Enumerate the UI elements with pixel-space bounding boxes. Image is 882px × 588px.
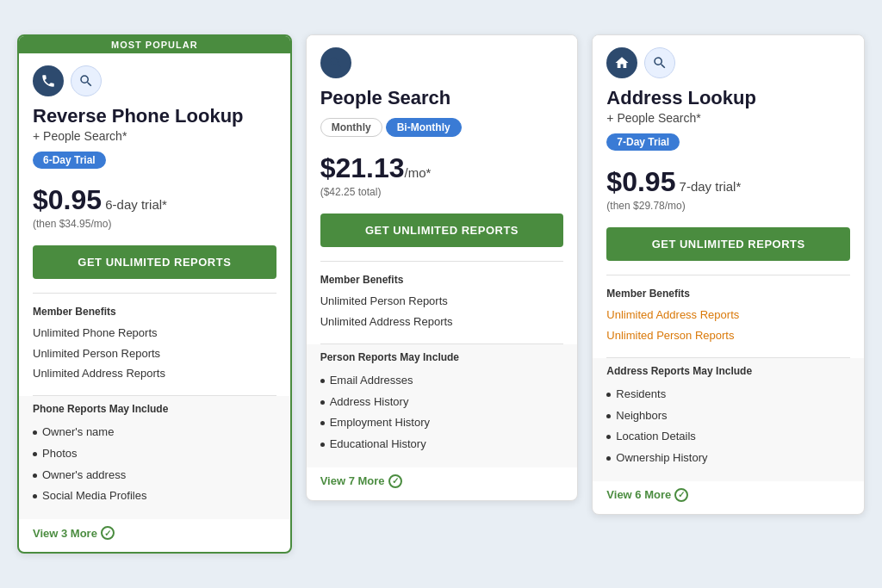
bullet-icon [606,456,611,461]
price-value: $21.13 [320,152,405,183]
report-item: Residents [606,384,850,405]
pricing-card-reverse-phone: MOST POPULARReverse Phone Lookup+ People… [17,34,292,554]
view-more-link[interactable]: View 3 More✓ [19,526,290,552]
report-item: Social Media Profiles [33,486,276,507]
benefit-item: Unlimited Person Reports [33,344,276,363]
bullet-icon [606,414,611,418]
price-section: $0.95 6-day trial*(then $34.95/mo) [19,177,290,238]
home-icon [606,47,637,78]
price-value: $0.95 [606,166,675,197]
card-subtitle: + People Search* [606,111,850,125]
bullet-icon [320,421,325,425]
benefit-item: Unlimited Address Reports [33,363,276,383]
report-item: Employment History [320,412,564,434]
price-suffix: /mo* [405,165,432,180]
reports-section: Address Reports May IncludeResidentsNeig… [593,358,864,481]
bullet-icon [33,452,37,456]
benefits-title: Member Benefits [320,274,564,286]
report-item: Educational History [320,434,564,455]
toggle-bi-monthly[interactable]: Bi-Monthly [386,118,462,137]
toggle-buttons: MonthlyBi-Monthly [320,118,564,137]
chevron-down-icon: ✓ [101,526,115,540]
bullet-icon [320,400,325,405]
price-section: $0.95 7-day trial*(then $29.78/mo) [593,159,864,220]
benefit-item: Unlimited Phone Reports [33,323,276,343]
report-item: Owner's address [33,465,276,486]
card-title: People Search [320,87,564,109]
card-header: Address Lookup+ People Search*7-Day Tria… [593,35,864,159]
price-suffix: 7-day trial* [675,179,741,194]
report-item: Owner's name [33,422,276,443]
benefits-title: Member Benefits [33,306,276,318]
cta-button[interactable]: GET UNLIMITED REPORTS [33,245,276,279]
search-icon [320,47,351,78]
pricing-card-people-search: People SearchMonthlyBi-Monthly$21.13/mo*… [306,34,579,501]
price-section: $21.13/mo*($42.25 total) [307,145,578,207]
card-title: Address Lookup [606,87,850,109]
report-item: Photos [33,443,276,465]
trial-badge: 6-Day Trial [33,152,106,169]
bullet-icon [320,443,325,447]
price-sub: (then $34.95/mo) [33,218,276,230]
benefits-title: Member Benefits [606,288,850,300]
reports-section: Phone Reports May IncludeOwner's namePho… [19,396,290,519]
benefit-item: Unlimited Address Reports [606,305,850,325]
pricing-card-address-lookup: Address Lookup+ People Search*7-Day Tria… [592,34,865,515]
search-icon [644,47,675,78]
card-icons [320,47,564,78]
price-suffix: 6-day trial* [102,197,167,212]
pricing-cards-container: MOST POPULARReverse Phone Lookup+ People… [17,34,865,554]
report-item: Address History [320,392,564,413]
reports-title: Address Reports May Include [606,365,850,377]
price-sub: ($42.25 total) [320,186,564,198]
card-subtitle: + People Search* [33,129,276,143]
bullet-icon [33,473,37,478]
benefits-section: Member BenefitsUnlimited Address Reports… [593,275,864,357]
card-title: Reverse Phone Lookup [33,105,276,127]
cta-button[interactable]: GET UNLIMITED REPORTS [320,214,564,247]
reports-section: Person Reports May IncludeEmail Addresse… [307,344,578,467]
view-more-text: View 6 More [606,488,671,501]
report-item: Location Details [606,426,850,448]
toggle-monthly[interactable]: Monthly [320,118,382,137]
bullet-icon [606,435,611,439]
reports-title: Phone Reports May Include [33,403,276,415]
price-value: $0.95 [33,184,102,215]
benefit-item: Unlimited Person Reports [320,291,564,311]
benefit-item: Unlimited Address Reports [320,312,564,331]
report-item: Email Addresses [320,370,564,392]
card-header: Reverse Phone Lookup+ People Search*6-Da… [19,53,290,177]
bullet-icon [320,379,325,383]
reports-title: Person Reports May Include [320,351,564,363]
bullet-icon [606,393,611,397]
benefits-section: Member BenefitsUnlimited Person ReportsU… [307,262,578,344]
report-item: Ownership History [606,448,850,469]
view-more-text: View 3 More [33,527,97,540]
report-item: Neighbors [606,405,850,427]
benefits-section: Member BenefitsUnlimited Phone ReportsUn… [19,294,290,395]
search-icon [71,65,102,96]
chevron-down-icon: ✓ [674,488,688,502]
bullet-icon [33,430,37,435]
popular-badge: MOST POPULAR [19,36,290,53]
cta-button[interactable]: GET UNLIMITED REPORTS [606,227,850,261]
benefit-item: Unlimited Person Reports [606,325,850,345]
view-more-link[interactable]: View 6 More✓ [593,488,864,514]
phone-icon [33,65,64,96]
trial-badge: 7-Day Trial [606,133,680,151]
card-icons [33,65,276,96]
view-more-text: View 7 More [320,474,385,487]
price-sub: (then $29.78/mo) [606,200,850,212]
card-header: People SearchMonthlyBi-Monthly [307,35,578,145]
chevron-down-icon: ✓ [388,474,402,488]
view-more-link[interactable]: View 7 More✓ [307,474,578,500]
card-icons [606,47,850,78]
bullet-icon [33,494,37,498]
